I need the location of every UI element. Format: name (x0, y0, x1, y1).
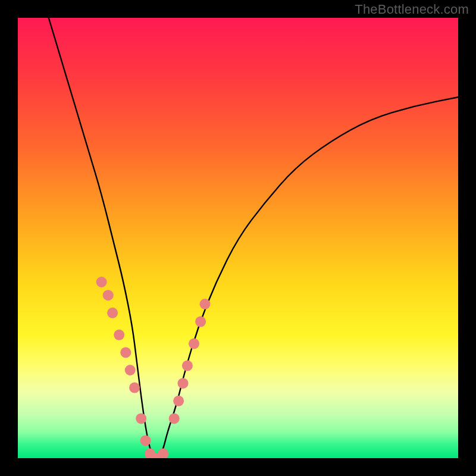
plot-area (18, 18, 458, 458)
chart-frame: TheBottleneck.com (0, 0, 476, 476)
curve-canvas (18, 18, 458, 458)
watermark-text: TheBottleneck.com (355, 2, 469, 17)
